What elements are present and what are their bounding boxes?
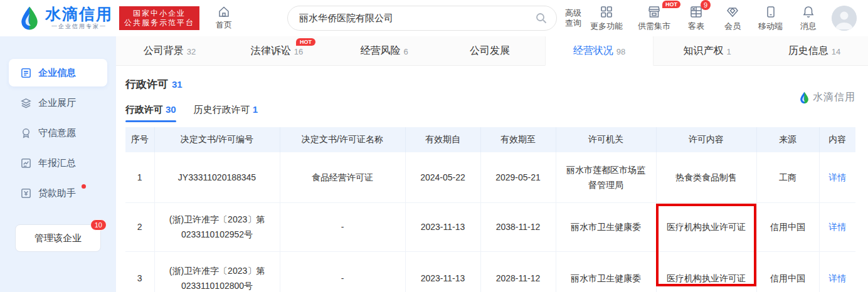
detail-link[interactable]: 详情 <box>828 222 846 232</box>
sidebar-item-company-info[interactable]: 企业信息 <box>9 59 107 86</box>
hot-badge: HOT <box>662 1 680 8</box>
detail-link[interactable]: 详情 <box>828 273 846 283</box>
sidebar-item-label: 守信意愿 <box>38 127 76 139</box>
notification-dot <box>82 184 86 189</box>
col-valid-from: 有效期自 <box>405 127 480 152</box>
col-detail: 内容 <box>819 127 855 152</box>
tab-intellectual-property[interactable]: 知识产权1 <box>654 36 761 65</box>
tab-operating-risk[interactable]: 经营风险6 <box>331 36 438 65</box>
nav-membership[interactable]: 会员 <box>722 5 743 32</box>
watermark-logo: 水滴信用 <box>799 91 855 104</box>
tab-operating-status[interactable]: 经营状况98 <box>545 36 654 66</box>
brand-name: 水滴信用 <box>45 6 113 22</box>
section-title: 行政许可31 <box>125 77 855 91</box>
col-no: 序号 <box>125 127 154 152</box>
col-valid-to: 有效期至 <box>480 127 556 152</box>
waterdrop-icon <box>19 6 40 31</box>
nav-mobile[interactable]: 移动端 <box>758 5 783 32</box>
manage-count-badge: 10 <box>90 219 107 231</box>
search-box <box>287 6 557 31</box>
subtab-administrative-license[interactable]: 行政许可30 <box>125 104 176 122</box>
waterdrop-icon <box>799 91 810 104</box>
mobile-icon <box>764 5 778 19</box>
gov-certification-badge: 国家中小企业 公共服务示范平台 <box>119 6 199 30</box>
tab-history-info[interactable]: 历史信息14 <box>761 36 868 65</box>
detail-link[interactable]: 详情 <box>828 172 846 182</box>
sidebar: 企业信息 企业展厅 守信意愿 年报汇总 贷款助手 <box>0 36 116 292</box>
sidebar-item-label: 年报汇总 <box>38 157 76 169</box>
nav-more-features[interactable]: 更多功能 <box>590 5 623 32</box>
hot-badge: HOT <box>296 38 315 46</box>
search-input[interactable] <box>299 13 535 24</box>
subtab-historical-license[interactable]: 历史行政许可1 <box>194 104 258 122</box>
sidebar-item-loan-assistant[interactable]: 贷款助手 <box>9 179 107 207</box>
brand-logo[interactable]: 水滴信用 一企业信用专家一 <box>19 6 113 31</box>
bell-icon <box>802 5 815 19</box>
tab-company-development[interactable]: 公司发展 <box>438 36 545 65</box>
sidebar-item-credit-willingness[interactable]: 守信意愿 <box>9 119 107 147</box>
yuan-icon <box>20 187 32 199</box>
main-content: 行政许可31 水滴信用 行政许可30 历史行政许可1 <box>116 66 868 292</box>
user-avatar[interactable] <box>832 6 857 31</box>
person-icon <box>832 6 857 31</box>
advanced-search-link[interactable]: 高级 查询 <box>565 8 581 28</box>
col-source: 来源 <box>756 127 819 152</box>
sidebar-item-label: 企业信息 <box>38 67 76 79</box>
license-subtabs: 行政许可30 历史行政许可1 <box>125 104 855 122</box>
table-row: 2 (浙)卫许准字〔2023〕第0233110102952号 - 2023-11… <box>125 202 855 251</box>
search-icon[interactable] <box>535 12 548 24</box>
grid-icon <box>600 5 613 19</box>
count-badge: 9 <box>701 0 711 10</box>
table-row: 1 JY33311020188345 食品经营许可证 2024-05-22 20… <box>125 152 855 202</box>
home-nav[interactable]: 首页 <box>216 6 232 31</box>
table-header-row: 序号 决定文书/许可编号 决定文书/许可证名称 有效期自 有效期至 许可机关 许… <box>125 127 855 152</box>
sidebar-item-annual-report[interactable]: 年报汇总 <box>9 149 107 177</box>
nav-supply-market[interactable]: HOT 供需集市 <box>638 5 670 32</box>
home-label: 首页 <box>216 19 232 31</box>
document-icon <box>20 67 32 79</box>
nav-messages[interactable]: 消息 <box>798 5 819 32</box>
home-icon <box>218 6 230 18</box>
brand-tagline: 一企业信用专家一 <box>51 23 107 31</box>
diamond-icon <box>726 5 739 19</box>
col-license-name: 决定文书/许可证名称 <box>280 127 405 152</box>
nav-customer-sheet[interactable]: 9 客表 <box>685 5 707 32</box>
sidebar-item-label: 企业展厅 <box>38 97 76 109</box>
col-content: 许可内容 <box>656 127 756 152</box>
medal-icon <box>20 127 32 139</box>
tab-legal-proceedings[interactable]: HOT 法律诉讼16 <box>223 36 331 65</box>
tab-company-background[interactable]: 公司背景32 <box>116 36 223 65</box>
col-authority: 许可机关 <box>556 127 656 152</box>
market-icon <box>647 5 661 19</box>
col-license-no: 决定文书/许可编号 <box>154 127 280 152</box>
sidebar-item-label: 贷款助手 <box>38 187 76 199</box>
header-nav: 更多功能 HOT 供需集市 9 客表 会员 <box>590 5 819 32</box>
manage-company-button[interactable]: 管理该企业 10 <box>15 224 101 252</box>
license-table: 序号 决定文书/许可编号 决定文书/许可证名称 有效期自 有效期至 许可机关 许… <box>125 127 855 292</box>
top-header: 水滴信用 一企业信用专家一 国家中小企业 公共服务示范平台 首页 高级 查询 更… <box>0 0 868 36</box>
section-tabbar: 公司背景32 HOT 法律诉讼16 经营风险6 公司发展 经营状况98 知识产权… <box>116 36 868 66</box>
table-row: 3 (浙)卫许准字〔2023〕第0233110102800号 - 2023-11… <box>125 251 855 292</box>
report-icon <box>20 157 32 169</box>
layers-icon <box>20 97 32 109</box>
sidebar-item-showroom[interactable]: 企业展厅 <box>9 89 107 117</box>
